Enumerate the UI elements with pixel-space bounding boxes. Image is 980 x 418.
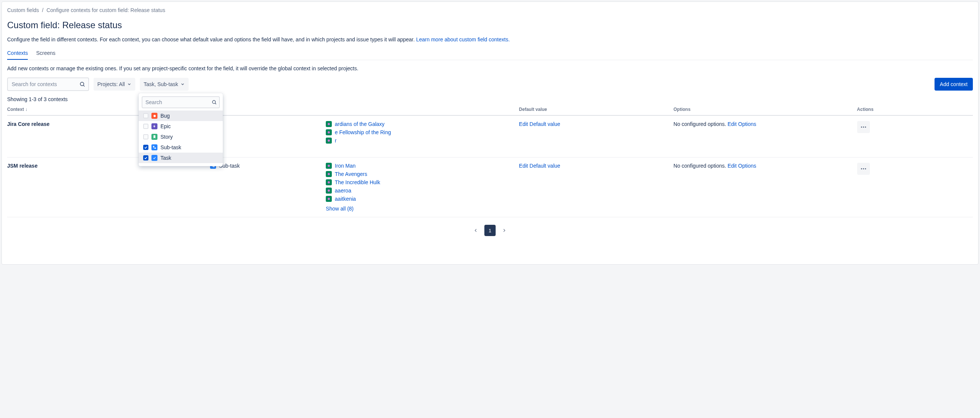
project-link[interactable]: r xyxy=(335,137,337,144)
context-name: JSM release xyxy=(7,158,210,217)
learn-more-link[interactable]: Learn more about custom field contexts. xyxy=(416,37,510,43)
svg-point-2 xyxy=(212,101,215,104)
col-projects-header[interactable] xyxy=(326,104,519,115)
project-item: r xyxy=(326,137,516,144)
dropdown-item-label: Bug xyxy=(161,113,170,119)
project-link[interactable]: ardians of the Galaxy xyxy=(335,121,384,127)
epic-icon xyxy=(151,123,158,129)
more-icon xyxy=(860,124,867,131)
breadcrumb-current: Configure contexts for custom field: Rel… xyxy=(46,7,165,13)
col-default-header[interactable]: Default value xyxy=(519,104,673,115)
actions-cell xyxy=(857,158,973,217)
project-item: Iron Man xyxy=(326,163,516,169)
search-contexts-input[interactable] xyxy=(8,81,88,87)
dropdown-item-bug[interactable]: Bug xyxy=(138,110,223,121)
options-text: No configured options. xyxy=(673,163,727,169)
page-title: Custom field: Release status xyxy=(7,20,973,30)
checkbox[interactable] xyxy=(143,124,148,129)
project-avatar-icon xyxy=(326,196,332,202)
projects-cell: Iron ManThe AvengersThe Incredible Hulka… xyxy=(326,158,519,217)
breadcrumb-root-link[interactable]: Custom fields xyxy=(7,7,39,13)
checkbox[interactable] xyxy=(143,155,148,161)
page-panel: Custom fields / Configure contexts for c… xyxy=(2,2,978,265)
svg-point-12 xyxy=(865,127,866,128)
dropdown-item-label: Epic xyxy=(161,123,170,129)
project-avatar-icon xyxy=(326,179,332,185)
project-avatar-icon xyxy=(326,163,332,169)
edit-default-value-link[interactable]: Edit Default value xyxy=(519,163,560,169)
story-icon xyxy=(151,134,158,140)
svg-point-15 xyxy=(861,168,862,169)
issue-types-cell xyxy=(210,115,326,158)
project-item: aaitkenia xyxy=(326,196,516,202)
issue-type-item xyxy=(210,121,323,127)
chevron-left-icon xyxy=(473,228,478,233)
search-icon xyxy=(79,81,85,87)
options-text: No configured options. xyxy=(673,121,727,127)
edit-default-value-link[interactable]: Edit Default value xyxy=(519,121,560,127)
dropdown-item-story[interactable]: Story xyxy=(138,132,223,142)
edit-options-link[interactable]: Edit Options xyxy=(727,121,756,127)
project-link[interactable]: The Incredible Hulk xyxy=(335,179,380,185)
issue-type-item xyxy=(210,129,323,135)
project-item: The Avengers xyxy=(326,171,516,177)
projects-filter-button[interactable]: Projects: All xyxy=(94,78,135,91)
svg-point-0 xyxy=(80,82,84,86)
svg-line-1 xyxy=(83,85,84,86)
project-link[interactable]: The Avengers xyxy=(335,171,367,177)
issue-types-cell: Sub-task xyxy=(210,158,326,217)
dropdown-item-label: Task xyxy=(161,155,171,161)
contexts-intro: Add new contexts or manage the existing … xyxy=(7,65,973,72)
table-row: JSM releaseSub-taskIron ManThe AvengersT… xyxy=(7,158,973,217)
project-item: The Incredible Hulk xyxy=(326,179,516,185)
pagination-page-1[interactable]: 1 xyxy=(484,225,496,236)
options-cell: No configured options. Edit Options xyxy=(673,158,857,217)
project-link[interactable]: Iron Man xyxy=(335,163,355,169)
issue-type-item xyxy=(210,146,323,152)
row-actions-button[interactable] xyxy=(857,121,870,133)
project-avatar-icon xyxy=(326,121,332,127)
breadcrumb: Custom fields / Configure contexts for c… xyxy=(7,7,973,13)
dropdown-search-input[interactable] xyxy=(142,99,219,105)
breadcrumb-separator: / xyxy=(42,7,44,13)
project-link[interactable]: e Fellowship of the Ring xyxy=(335,129,391,135)
dropdown-item-sub-task[interactable]: Sub-task xyxy=(138,142,223,153)
issuetypes-filter-button[interactable]: Task, Sub-task xyxy=(140,78,189,91)
project-avatar-icon xyxy=(326,137,332,144)
col-issuetypes-header[interactable]: Is xyxy=(210,104,326,115)
add-context-button[interactable]: Add context xyxy=(934,78,973,91)
projects-cell: ardians of the Galaxye Fellowship of the… xyxy=(326,115,519,158)
checkbox[interactable] xyxy=(143,145,148,150)
chevron-down-icon xyxy=(127,82,132,86)
default-value-cell: Edit Default value xyxy=(519,115,673,158)
tab-contexts[interactable]: Contexts xyxy=(7,48,28,60)
search-icon xyxy=(212,100,217,105)
chevron-right-icon xyxy=(502,228,507,233)
issuetypes-dropdown: BugEpicStorySub-taskTask xyxy=(138,93,223,166)
dropdown-item-epic[interactable]: Epic xyxy=(138,121,223,132)
tab-screens[interactable]: Screens xyxy=(36,48,55,60)
project-link[interactable]: aaitkenia xyxy=(335,196,356,202)
row-actions-button[interactable] xyxy=(857,163,870,175)
svg-rect-6 xyxy=(154,147,156,148)
project-link[interactable]: aaeroa xyxy=(335,188,352,194)
issue-type-item: Sub-task xyxy=(210,163,323,169)
dropdown-item-task[interactable]: Task xyxy=(138,153,223,163)
bug-icon xyxy=(151,113,158,119)
default-value-cell: Edit Default value xyxy=(519,158,673,217)
checkbox[interactable] xyxy=(143,134,148,139)
project-item: e Fellowship of the Ring xyxy=(326,129,516,135)
svg-line-3 xyxy=(215,104,216,104)
pagination-next-button[interactable] xyxy=(499,225,510,236)
svg-point-16 xyxy=(863,168,864,169)
edit-options-link[interactable]: Edit Options xyxy=(727,163,756,169)
col-options-header[interactable]: Options xyxy=(673,104,857,115)
svg-rect-5 xyxy=(153,146,154,147)
checkbox[interactable] xyxy=(143,113,148,118)
show-all-link[interactable]: Show all (8) xyxy=(326,206,516,212)
issue-type-item xyxy=(210,137,323,144)
toolbar: Projects: All Task, Sub-task Add context… xyxy=(7,77,973,91)
project-avatar-icon xyxy=(326,171,332,177)
search-contexts-wrap xyxy=(7,77,89,91)
pagination-prev-button[interactable] xyxy=(470,225,481,236)
